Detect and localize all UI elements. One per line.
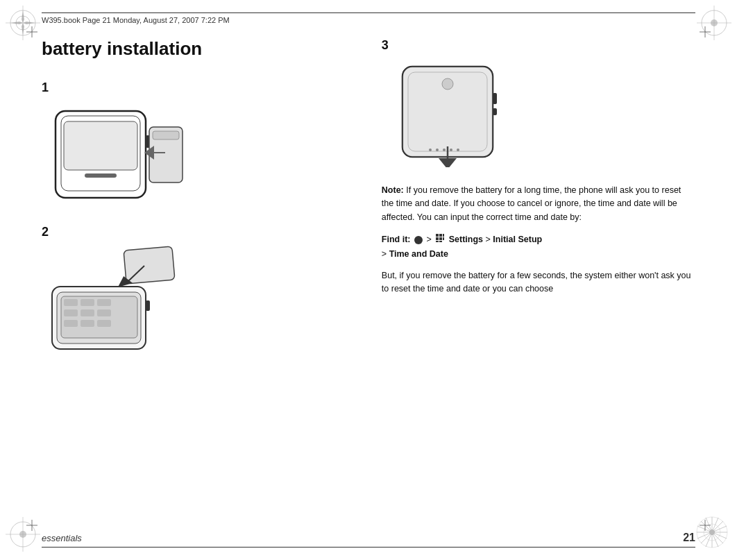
svg-point-61: [443, 149, 446, 151]
svg-rect-73: [439, 237, 442, 240]
time-and-date-label: Time and Date: [389, 249, 448, 259]
svg-rect-37: [153, 131, 179, 139]
crosshair-br: [700, 520, 711, 534]
bottom-bar: essentials 21: [42, 532, 695, 548]
svg-point-66: [442, 78, 453, 90]
svg-rect-44: [81, 299, 94, 306]
svg-rect-72: [436, 237, 439, 240]
note-label: Note:: [382, 185, 404, 195]
page-title: battery installation: [42, 38, 355, 60]
svg-rect-70: [439, 234, 442, 237]
step-3-label: 3: [382, 38, 695, 53]
step-2-label: 2: [42, 225, 355, 239]
svg-rect-74: [443, 237, 444, 240]
svg-rect-50: [81, 320, 94, 327]
phone-diagram-2: [42, 245, 355, 362]
svg-rect-75: [436, 241, 439, 242]
svg-rect-69: [436, 234, 439, 237]
phone-diagram-1: [42, 101, 355, 211]
crosshair-bl: [26, 520, 37, 534]
gt-arrow-3: >: [382, 249, 389, 259]
svg-rect-51: [97, 320, 111, 327]
phone-svg-3: [382, 60, 527, 167]
svg-rect-76: [439, 241, 442, 242]
svg-rect-49: [64, 320, 78, 327]
svg-point-59: [429, 149, 432, 151]
note-section: Note: If you remove the battery for a lo…: [382, 184, 695, 224]
svg-rect-48: [97, 309, 111, 316]
right-column: 3: [382, 38, 695, 296]
settings-label: Settings: [449, 235, 483, 244]
svg-rect-71: [443, 234, 444, 237]
note-text: If you remove the battery for a long tim…: [382, 185, 681, 222]
gt-arrow-1: >: [426, 235, 434, 244]
settings-grid-icon: [435, 233, 445, 247]
svg-point-60: [436, 149, 439, 151]
svg-rect-47: [81, 309, 94, 316]
svg-rect-34: [85, 173, 117, 178]
but-section: But, if you remove the battery for a few…: [382, 269, 695, 296]
page-word: essentials: [42, 533, 82, 543]
svg-rect-64: [493, 93, 497, 104]
step-1-label: 1: [42, 80, 355, 95]
svg-rect-46: [64, 309, 78, 316]
svg-rect-33: [64, 121, 137, 170]
initial-setup-label: Initial Setup: [493, 235, 542, 244]
svg-rect-43: [64, 299, 78, 306]
svg-rect-45: [97, 299, 111, 306]
phone-svg-1: [42, 101, 187, 208]
top-bar: W395.book Page 21 Monday, August 27, 200…: [42, 12, 695, 24]
book-info: W395.book Page 21 Monday, August 27, 200…: [42, 16, 230, 24]
crosshair-tl: [26, 26, 37, 40]
phone-svg-2: [42, 245, 187, 359]
phone-diagram-3: [382, 60, 695, 170]
svg-point-63: [457, 149, 459, 151]
svg-rect-52: [146, 300, 150, 311]
svg-point-62: [450, 149, 452, 151]
svg-marker-67: [439, 158, 457, 167]
gt-arrow-2: >: [486, 235, 493, 244]
svg-rect-65: [493, 108, 497, 115]
menu-button-icon: [414, 236, 423, 244]
crosshair-tr: [700, 26, 711, 40]
page-number: 21: [683, 532, 695, 544]
find-it-section: Find it: > Settings > Initial S: [382, 232, 695, 261]
find-it-label: Find it:: [382, 235, 411, 244]
main-content: battery installation 1: [42, 38, 695, 522]
left-column: battery installation 1: [42, 38, 355, 376]
